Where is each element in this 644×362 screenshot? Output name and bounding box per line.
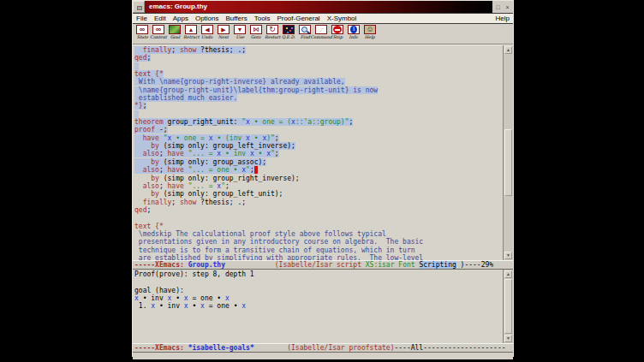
- menubar: FileEditAppsOptionsBuffersToolsProof-Gen…: [133, 13, 513, 24]
- text-segment: have: [168, 150, 184, 157]
- text-segment: [134, 182, 143, 190]
- text-segment: x: [225, 294, 230, 302]
- toolbar-button-undo[interactable]: ◀Undo: [200, 25, 215, 40]
- toolbar-button-retract[interactable]: ▲Retract: [183, 25, 199, 40]
- script-line-text: also; have "... = x";: [134, 182, 230, 190]
- toolbar-button-label: State: [136, 34, 147, 39]
- script-line: by (simp only: group_right_inverse);: [134, 175, 503, 182]
- script-line: have "x • one = x • (inv x • x)";: [134, 134, 503, 142]
- close-button[interactable]: ×: [504, 3, 511, 11]
- text-segment: ;: [171, 46, 180, 54]
- toolbar-button-restart[interactable]: ↻Restart: [265, 25, 280, 40]
- goals-line: goal (have):: [134, 287, 503, 294]
- menu-item-tools[interactable]: Tools: [254, 15, 271, 22]
- toolbar-button-goal[interactable]: Goal: [167, 25, 182, 40]
- text-segment: [134, 62, 139, 70]
- stop-icon: [331, 25, 343, 34]
- toolbar-button-help[interactable]: ☺Help: [362, 25, 378, 40]
- menu-item-help[interactable]: Help: [496, 15, 510, 22]
- script-line: also; have "... = x";: [134, 182, 503, 190]
- scroll-up-icon[interactable]: ▲: [504, 46, 512, 54]
- toolbar-button-use[interactable]: ▼Use: [232, 25, 247, 40]
- window-menu-button[interactable]: [133, 1, 145, 13]
- script-buffer[interactable]: finally; show ?thesis; .;qed; text {* Wi…: [133, 45, 503, 260]
- script-line-text: [134, 110, 139, 118]
- titlebar[interactable]: emacs: Group.thy □ ×: [133, 1, 513, 13]
- maximize-button[interactable]: □: [494, 3, 502, 11]
- script-line-text: by (simp only: group_left_inverse);: [134, 142, 295, 150]
- script-line-text: finally; show ?thesis; .;: [134, 199, 246, 206]
- scroll-up-icon[interactable]: ▲: [504, 270, 512, 278]
- script-line: [134, 62, 503, 70]
- text-segment: have: [143, 134, 159, 142]
- menu-item-options[interactable]: Options: [195, 15, 219, 22]
- text-segment: qed: [134, 54, 146, 62]
- text-segment: Proof(prove): step 8, depth 1: [134, 270, 254, 278]
- toolbar: ∞State∞ContextGoal▲Retract◀Undo▶Next▼Use…: [133, 24, 513, 45]
- toolbar-button-state[interactable]: ∞State: [134, 25, 150, 40]
- scroll-down-icon[interactable]: ▼: [504, 252, 512, 259]
- toolbar-button-q-e-d[interactable]: Q.E.D.: [281, 25, 296, 40]
- text-segment: by: [151, 142, 159, 150]
- text-segment: text: [134, 70, 151, 78]
- menu-item-file[interactable]: File: [136, 15, 147, 22]
- xemacs-window: emacs: Group.thy □ × FileEditAppsOptions…: [132, 0, 514, 357]
- toolbar-button-label: Context: [150, 34, 167, 39]
- use-icon: ▼: [234, 25, 246, 34]
- text-segment: ;: [275, 150, 279, 157]
- desktop: emacs: Group.thy □ × FileEditAppsOptions…: [0, 0, 644, 362]
- script-scrollbar[interactable]: ▲ ▼: [503, 45, 513, 260]
- toolbar-button-goto[interactable]: ⋈Goto: [248, 25, 264, 40]
- menu-item-x-symbol[interactable]: X-Symbol: [327, 15, 357, 22]
- text-segment: •: [250, 134, 262, 142]
- text-segment: [134, 190, 151, 198]
- text-segment: ;: [225, 182, 230, 190]
- text-segment: )----29%: [456, 261, 493, 269]
- menu-item-proof-general[interactable]: Proof-General: [277, 15, 319, 22]
- info-icon: i: [348, 25, 360, 34]
- goals-buffer[interactable]: Proof(prove): step 8, depth 1goal (have)…: [133, 270, 503, 343]
- script-line: by (simp only: group_left_inverse);: [134, 142, 503, 150]
- menu-item-buffers[interactable]: Buffers: [226, 15, 247, 22]
- toolbar-button-command[interactable]: ☞Command: [313, 25, 329, 40]
- text-segment: [134, 158, 151, 166]
- toolbar-button-context[interactable]: ∞Context: [151, 25, 166, 40]
- goals-line-text: 1. x • inv x • x = one • x: [134, 302, 246, 310]
- toolbar-button-next[interactable]: ▶Next: [216, 25, 231, 40]
- text-segment: -----: [134, 261, 155, 269]
- text-segment: •: [188, 302, 200, 310]
- script-pane: finally; show ?thesis; .;qed; text {* Wi…: [133, 45, 513, 260]
- script-line-text: *};: [134, 102, 146, 110]
- goals-scrollbar-thumb[interactable]: [504, 279, 512, 334]
- echo-area[interactable]: [133, 353, 513, 359]
- goals-line: 1. x • inv x • x = one • x: [134, 302, 503, 310]
- toolbar-button-stop[interactable]: Stop: [330, 25, 345, 40]
- text-segment: by: [151, 190, 159, 198]
- goals-line: x • inv x • x = one • x: [134, 294, 503, 302]
- text-segment: goal (have):: [134, 287, 184, 294]
- restart-icon: ↻: [266, 25, 278, 34]
- text-segment: ;: [146, 54, 151, 62]
- toolbar-button-label: Goal: [170, 34, 179, 39]
- text-segment: {*: [155, 70, 164, 78]
- toolbar-button-label: Stop: [332, 34, 343, 39]
- text-segment: ?thesis; .;: [196, 199, 246, 206]
- menu-item-edit[interactable]: Edit: [154, 15, 166, 22]
- menu-right: Help: [496, 15, 510, 22]
- text-segment: • one =: [171, 134, 208, 142]
- text-segment: [134, 166, 143, 174]
- text-segment: •: [171, 294, 183, 302]
- script-line-text: [134, 62, 139, 70]
- script-line: finally; show ?thesis; .;: [134, 46, 503, 54]
- goals-line-text: x • inv x • x = one • x: [134, 294, 230, 302]
- goals-scrollbar[interactable]: ▲ ▼: [503, 270, 513, 343]
- script-line: \name{group-right-unit}\label{thm:group-…: [134, 86, 503, 94]
- scroll-down-icon[interactable]: ▼: [504, 335, 512, 342]
- script-line: also; have "... = x • inv x • x";: [134, 150, 503, 157]
- script-scrollbar-thumb[interactable]: [504, 129, 512, 196]
- text-segment: ;: [159, 182, 168, 190]
- toolbar-button-info[interactable]: iInfo: [346, 25, 361, 40]
- script-line-text: presentations given in any introductory …: [134, 238, 423, 246]
- text-segment: = one •: [205, 302, 242, 310]
- menu-item-apps[interactable]: Apps: [173, 15, 188, 22]
